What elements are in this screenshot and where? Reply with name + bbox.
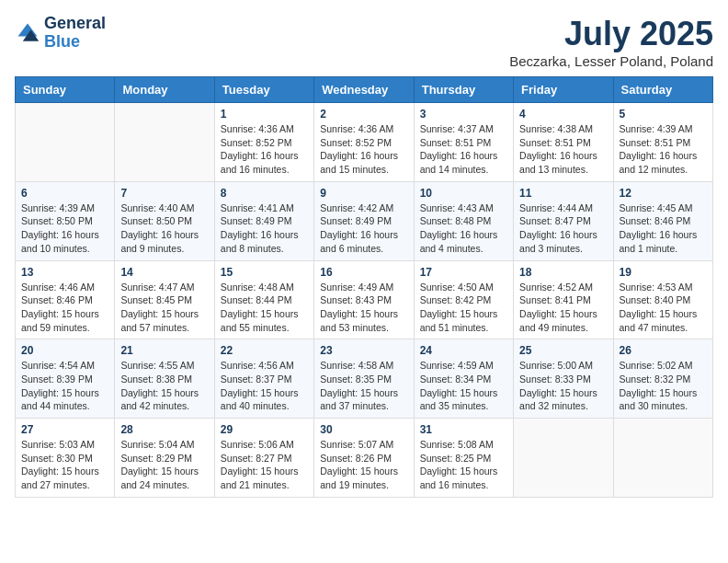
calendar-cell: 18Sunrise: 4:52 AM Sunset: 8:41 PM Dayli… xyxy=(514,260,613,339)
day-number: 6 xyxy=(21,187,108,200)
day-info: Sunrise: 4:39 AM Sunset: 8:51 PM Dayligh… xyxy=(620,122,707,177)
day-info: Sunrise: 4:48 AM Sunset: 8:44 PM Dayligh… xyxy=(221,281,308,335)
day-number: 4 xyxy=(519,108,607,121)
calendar-week-row: 27Sunrise: 5:03 AM Sunset: 8:30 PM Dayli… xyxy=(16,419,713,498)
weekday-header: Friday xyxy=(514,77,613,103)
calendar-cell: 15Sunrise: 4:48 AM Sunset: 8:44 PM Dayli… xyxy=(214,260,313,339)
day-info: Sunrise: 4:52 AM Sunset: 8:41 PM Dayligh… xyxy=(519,281,607,335)
day-number: 29 xyxy=(221,423,308,436)
calendar-week-row: 13Sunrise: 4:46 AM Sunset: 8:46 PM Dayli… xyxy=(16,260,713,339)
calendar-cell: 14Sunrise: 4:47 AM Sunset: 8:45 PM Dayli… xyxy=(115,260,214,339)
calendar-cell: 9Sunrise: 4:42 AM Sunset: 8:49 PM Daylig… xyxy=(314,181,414,260)
day-number: 14 xyxy=(120,266,208,279)
calendar-cell: 31Sunrise: 5:08 AM Sunset: 8:25 PM Dayli… xyxy=(414,419,513,498)
day-number: 17 xyxy=(420,266,507,279)
day-info: Sunrise: 4:37 AM Sunset: 8:51 PM Dayligh… xyxy=(420,122,507,177)
calendar-cell: 16Sunrise: 4:49 AM Sunset: 8:43 PM Dayli… xyxy=(314,260,414,339)
weekday-header: Saturday xyxy=(613,77,712,103)
calendar-cell: 6Sunrise: 4:39 AM Sunset: 8:50 PM Daylig… xyxy=(16,181,115,260)
logo: General Blue xyxy=(15,15,106,52)
day-number: 31 xyxy=(420,423,507,436)
calendar-week-row: 20Sunrise: 4:54 AM Sunset: 8:39 PM Dayli… xyxy=(16,339,713,419)
day-info: Sunrise: 5:04 AM Sunset: 8:29 PM Dayligh… xyxy=(120,438,208,492)
calendar-week-row: 1Sunrise: 4:36 AM Sunset: 8:52 PM Daylig… xyxy=(16,103,713,182)
day-info: Sunrise: 4:45 AM Sunset: 8:46 PM Dayligh… xyxy=(620,201,707,256)
day-number: 13 xyxy=(21,266,108,279)
day-number: 28 xyxy=(120,423,208,436)
calendar-cell: 26Sunrise: 5:02 AM Sunset: 8:32 PM Dayli… xyxy=(613,339,712,419)
weekday-header: Wednesday xyxy=(314,77,414,103)
calendar-cell: 23Sunrise: 4:58 AM Sunset: 8:35 PM Dayli… xyxy=(314,339,414,419)
day-number: 20 xyxy=(21,344,108,357)
day-info: Sunrise: 4:47 AM Sunset: 8:45 PM Dayligh… xyxy=(120,281,208,335)
day-number: 23 xyxy=(320,344,407,357)
calendar: SundayMondayTuesdayWednesdayThursdayFrid… xyxy=(15,76,713,498)
day-number: 2 xyxy=(320,108,407,121)
calendar-cell: 27Sunrise: 5:03 AM Sunset: 8:30 PM Dayli… xyxy=(16,419,115,498)
location-title: Beczarka, Lesser Poland, Poland xyxy=(509,53,713,69)
day-info: Sunrise: 4:38 AM Sunset: 8:51 PM Dayligh… xyxy=(519,122,607,177)
page-header: General Blue July 2025 Beczarka, Lesser … xyxy=(15,15,713,69)
day-number: 25 xyxy=(519,344,607,357)
calendar-cell: 22Sunrise: 4:56 AM Sunset: 8:37 PM Dayli… xyxy=(214,339,313,419)
day-info: Sunrise: 4:44 AM Sunset: 8:47 PM Dayligh… xyxy=(519,201,607,256)
calendar-cell xyxy=(115,103,214,182)
day-info: Sunrise: 4:58 AM Sunset: 8:35 PM Dayligh… xyxy=(320,359,407,413)
logo-line1: General xyxy=(44,15,106,33)
calendar-cell: 20Sunrise: 4:54 AM Sunset: 8:39 PM Dayli… xyxy=(16,339,115,419)
logo-line2: Blue xyxy=(44,33,106,52)
day-number: 24 xyxy=(420,344,507,357)
day-info: Sunrise: 4:36 AM Sunset: 8:52 PM Dayligh… xyxy=(320,122,407,177)
weekday-header: Sunday xyxy=(16,77,115,103)
day-number: 15 xyxy=(221,266,308,279)
calendar-cell xyxy=(613,419,712,498)
day-info: Sunrise: 4:43 AM Sunset: 8:48 PM Dayligh… xyxy=(420,201,507,256)
day-info: Sunrise: 5:02 AM Sunset: 8:32 PM Dayligh… xyxy=(620,359,707,413)
day-number: 3 xyxy=(420,108,507,121)
day-info: Sunrise: 5:07 AM Sunset: 8:26 PM Dayligh… xyxy=(320,438,407,492)
day-number: 18 xyxy=(519,266,607,279)
calendar-cell: 17Sunrise: 4:50 AM Sunset: 8:42 PM Dayli… xyxy=(414,260,513,339)
day-info: Sunrise: 4:55 AM Sunset: 8:38 PM Dayligh… xyxy=(120,359,208,413)
day-number: 11 xyxy=(519,187,607,200)
calendar-cell: 25Sunrise: 5:00 AM Sunset: 8:33 PM Dayli… xyxy=(514,339,613,419)
day-number: 8 xyxy=(221,187,308,200)
day-info: Sunrise: 5:00 AM Sunset: 8:33 PM Dayligh… xyxy=(519,359,607,413)
calendar-cell: 3Sunrise: 4:37 AM Sunset: 8:51 PM Daylig… xyxy=(414,103,513,182)
calendar-cell: 2Sunrise: 4:36 AM Sunset: 8:52 PM Daylig… xyxy=(314,103,414,182)
day-info: Sunrise: 4:36 AM Sunset: 8:52 PM Dayligh… xyxy=(221,122,308,177)
calendar-cell: 30Sunrise: 5:07 AM Sunset: 8:26 PM Dayli… xyxy=(314,419,414,498)
weekday-header: Monday xyxy=(115,77,214,103)
calendar-cell: 28Sunrise: 5:04 AM Sunset: 8:29 PM Dayli… xyxy=(115,419,214,498)
calendar-cell: 4Sunrise: 4:38 AM Sunset: 8:51 PM Daylig… xyxy=(514,103,613,182)
calendar-cell: 12Sunrise: 4:45 AM Sunset: 8:46 PM Dayli… xyxy=(613,181,712,260)
day-info: Sunrise: 5:03 AM Sunset: 8:30 PM Dayligh… xyxy=(21,438,108,492)
day-info: Sunrise: 4:56 AM Sunset: 8:37 PM Dayligh… xyxy=(221,359,308,413)
day-info: Sunrise: 4:42 AM Sunset: 8:49 PM Dayligh… xyxy=(320,201,407,256)
logo-icon xyxy=(15,20,40,46)
day-number: 21 xyxy=(120,344,208,357)
day-info: Sunrise: 5:06 AM Sunset: 8:27 PM Dayligh… xyxy=(221,438,308,492)
day-info: Sunrise: 4:53 AM Sunset: 8:40 PM Dayligh… xyxy=(620,281,707,335)
day-number: 7 xyxy=(120,187,208,200)
day-number: 10 xyxy=(420,187,507,200)
day-number: 5 xyxy=(620,108,707,121)
day-number: 27 xyxy=(21,423,108,436)
day-info: Sunrise: 5:08 AM Sunset: 8:25 PM Dayligh… xyxy=(420,438,507,492)
day-number: 16 xyxy=(320,266,407,279)
title-block: July 2025 Beczarka, Lesser Poland, Polan… xyxy=(509,15,713,69)
calendar-cell xyxy=(16,103,115,182)
day-info: Sunrise: 4:39 AM Sunset: 8:50 PM Dayligh… xyxy=(21,201,108,256)
day-info: Sunrise: 4:59 AM Sunset: 8:34 PM Dayligh… xyxy=(420,359,507,413)
calendar-cell: 8Sunrise: 4:41 AM Sunset: 8:49 PM Daylig… xyxy=(214,181,313,260)
weekday-header: Tuesday xyxy=(214,77,313,103)
calendar-cell: 7Sunrise: 4:40 AM Sunset: 8:50 PM Daylig… xyxy=(115,181,214,260)
day-number: 22 xyxy=(221,344,308,357)
day-number: 26 xyxy=(620,344,707,357)
calendar-cell: 24Sunrise: 4:59 AM Sunset: 8:34 PM Dayli… xyxy=(414,339,513,419)
day-info: Sunrise: 4:46 AM Sunset: 8:46 PM Dayligh… xyxy=(21,281,108,335)
calendar-cell: 1Sunrise: 4:36 AM Sunset: 8:52 PM Daylig… xyxy=(214,103,313,182)
day-number: 30 xyxy=(320,423,407,436)
calendar-cell: 29Sunrise: 5:06 AM Sunset: 8:27 PM Dayli… xyxy=(214,419,313,498)
calendar-cell: 19Sunrise: 4:53 AM Sunset: 8:40 PM Dayli… xyxy=(613,260,712,339)
